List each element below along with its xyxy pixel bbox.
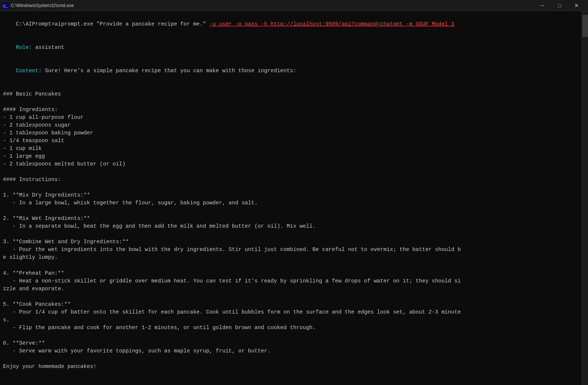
terminal-content: C:\AIPrompt>aiprompt.exe "Provide a panc… [0, 11, 582, 385]
line-step4-detail2: zzle and evaporate. [3, 285, 579, 293]
line-step4-header: 4. **Preheat Pan:** [3, 270, 579, 277]
maximize-button[interactable]: □ [551, 0, 568, 11]
line-step3-header: 3. **Combine Wet and Dry Ingredients:** [3, 238, 579, 246]
scrollbar-track[interactable] [582, 11, 588, 385]
line-basic-pancakes: ### Basic Pancakes [3, 90, 579, 98]
line-step3-detail2: e slightly lumpy. [3, 254, 579, 261]
line-enjoy: Enjoy your homemade pancakes! [3, 363, 579, 371]
line-step5-detail3: - Flip the pancake and cook for another … [3, 324, 579, 332]
title-bar-left: C_ C:\Windows\System32\cmd.exe [3, 3, 74, 9]
prompt: C:\AIPrompt> [16, 21, 54, 27]
line-ing-2: - 2 tablespoons sugar [3, 121, 579, 129]
line-step4-detail1: - Heat a non-stick skillet or griddle ov… [3, 277, 579, 285]
content-value: Sure! Here's a simple pancake recipe tha… [41, 68, 296, 74]
line-step2-detail: - In a separate bowl, beat the egg and t… [3, 222, 579, 230]
title-bar-controls: ─ □ ✕ [534, 0, 585, 11]
line-step5-detail1: - Pour 1/4 cup of batter onto the skille… [3, 308, 579, 316]
line-step6-header: 6. **Serve:** [3, 339, 579, 347]
empty-line-1 [3, 83, 579, 90]
role-line: Role: assistant [3, 36, 579, 59]
line-ing-6: - 1 large egg [3, 153, 579, 160]
line-step3-detail1: - Pour the wet ingredients into the bowl… [3, 246, 579, 254]
line-step1-detail: - In a large bowl, whisk together the fl… [3, 199, 579, 207]
empty-line-7 [3, 262, 579, 270]
close-button[interactable]: ✕ [568, 0, 585, 11]
empty-line-6 [3, 230, 579, 238]
empty-line-8 [3, 293, 579, 301]
role-value: assistant [32, 44, 64, 50]
scrollbar-thumb[interactable] [582, 15, 588, 37]
empty-line-10 [3, 355, 579, 363]
empty-line-4 [3, 184, 579, 191]
empty-line-3 [3, 168, 579, 176]
empty-line-9 [3, 332, 579, 339]
role-label: Role: [16, 44, 32, 50]
command-line: C:\AIPrompt>aiprompt.exe "Provide a panc… [3, 13, 579, 36]
line-ing-4: - 1/4 teaspoon salt [3, 137, 579, 145]
cmd-icon: C_ [3, 3, 9, 9]
cmd-colored: -u user -p pass -h http://localhost:9509… [209, 21, 454, 27]
line-step6-detail: - Serve warm with your favorite toppings… [3, 347, 579, 355]
cmd-plain: aiprompt.exe "Provide a pancake recipe f… [54, 21, 209, 27]
line-ing-5: - 1 cup milk [3, 145, 579, 153]
content-line: Content: Sure! Here's a simple pancake r… [3, 59, 579, 83]
empty-line-5 [3, 207, 579, 215]
line-ing-3: - 1 tablespoon baking powder [3, 129, 579, 137]
line-step2-header: 2. **Mix Wet Ingredients:** [3, 215, 579, 222]
title-bar-title: C:\Windows\System32\cmd.exe [11, 3, 74, 8]
line-step5-detail2: s. [3, 316, 579, 324]
empty-line-2 [3, 98, 579, 106]
content-label: Content: [16, 68, 42, 74]
minimize-button[interactable]: ─ [534, 0, 551, 11]
line-step1-header: 1. **Mix Dry Ingredients:** [3, 191, 579, 199]
title-bar: C_ C:\Windows\System32\cmd.exe ─ □ ✕ [0, 0, 588, 11]
line-instructions-header: #### Instructions: [3, 176, 579, 184]
line-step5-header: 5. **Cook Pancakes:** [3, 301, 579, 308]
line-ing-1: - 1 cup all-purpose flour [3, 114, 579, 121]
line-ing-7: - 2 tablespoons melted butter (or oil) [3, 160, 579, 168]
svg-text:C_: C_ [3, 4, 9, 9]
line-ingredients-header: #### Ingredients: [3, 106, 579, 114]
